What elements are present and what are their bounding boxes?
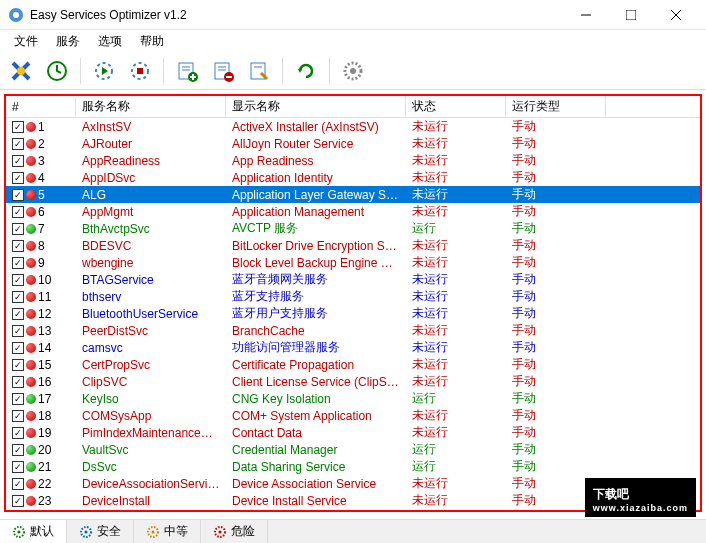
state: 未运行 — [406, 424, 506, 441]
refresh-button[interactable] — [291, 56, 321, 86]
display-name: CNG Key Isolation — [226, 392, 406, 406]
maximize-button[interactable] — [608, 1, 653, 29]
table-row[interactable]: ✓18COMSysAppCOM+ System Application未运行手动 — [6, 407, 700, 424]
row-checkbox[interactable]: ✓ — [12, 495, 24, 507]
table-row[interactable]: ✓4AppIDSvcApplication Identity未运行手动 — [6, 169, 700, 186]
row-checkbox[interactable]: ✓ — [12, 155, 24, 167]
row-number: 15 — [38, 358, 51, 372]
row-checkbox[interactable]: ✓ — [12, 410, 24, 422]
grid-body[interactable]: ✓1AxInstSVActiveX Installer (AxInstSV)未运… — [6, 118, 700, 512]
row-checkbox[interactable]: ✓ — [12, 291, 24, 303]
settings-button[interactable] — [338, 56, 368, 86]
status-dot-icon — [26, 275, 36, 285]
row-checkbox[interactable]: ✓ — [12, 393, 24, 405]
state: 未运行 — [406, 169, 506, 186]
window-title: Easy Services Optimizer v1.2 — [30, 8, 563, 22]
restore-button[interactable] — [42, 56, 72, 86]
start-service-button[interactable] — [89, 56, 119, 86]
table-row[interactable]: ✓21DsSvcData Sharing Service运行手动 — [6, 458, 700, 475]
titlebar: Easy Services Optimizer v1.2 — [0, 0, 706, 30]
col-service-name[interactable]: 服务名称 — [76, 96, 226, 117]
menu-options[interactable]: 选项 — [90, 31, 130, 52]
profile-tab[interactable]: 中等 — [134, 520, 201, 543]
col-state[interactable]: 状态 — [406, 96, 506, 117]
apply-button[interactable] — [6, 56, 36, 86]
start-type: 手动 — [506, 118, 606, 135]
status-dot-icon — [26, 445, 36, 455]
service-name: BTAGService — [76, 273, 226, 287]
col-display-name[interactable]: 显示名称 — [226, 96, 406, 117]
profile-tab[interactable]: 危险 — [201, 520, 268, 543]
tab-label: 中等 — [164, 523, 188, 540]
profile-tab[interactable]: 安全 — [67, 520, 134, 543]
service-name: ALG — [76, 188, 226, 202]
table-row[interactable]: ✓6AppMgmtApplication Management未运行手动 — [6, 203, 700, 220]
service-name: wbengine — [76, 256, 226, 270]
table-row[interactable]: ✓15CertPropSvcCertificate Propagation未运行… — [6, 356, 700, 373]
row-checkbox[interactable]: ✓ — [12, 206, 24, 218]
table-row[interactable]: ✓1AxInstSVActiveX Installer (AxInstSV)未运… — [6, 118, 700, 135]
table-row[interactable]: ✓11bthserv蓝牙支持服务未运行手动 — [6, 288, 700, 305]
row-checkbox[interactable]: ✓ — [12, 172, 24, 184]
row-number: 13 — [38, 324, 51, 338]
row-checkbox[interactable]: ✓ — [12, 189, 24, 201]
table-row[interactable]: ✓3AppReadinessApp Readiness未运行手动 — [6, 152, 700, 169]
row-checkbox[interactable]: ✓ — [12, 427, 24, 439]
table-row[interactable]: ✓17KeyIsoCNG Key Isolation运行手动 — [6, 390, 700, 407]
list-edit-button[interactable] — [244, 56, 274, 86]
row-checkbox[interactable]: ✓ — [12, 121, 24, 133]
table-row[interactable]: ✓14camsvc功能访问管理器服务未运行手动 — [6, 339, 700, 356]
row-checkbox[interactable]: ✓ — [12, 138, 24, 150]
table-row[interactable]: ✓7BthAvctpSvcAVCTP 服务运行手动 — [6, 220, 700, 237]
table-row[interactable]: ✓8BDESVCBitLocker Drive Encryption Servi… — [6, 237, 700, 254]
close-button[interactable] — [653, 1, 698, 29]
row-number: 20 — [38, 443, 51, 457]
state: 未运行 — [406, 186, 506, 203]
row-number: 14 — [38, 341, 51, 355]
menu-services[interactable]: 服务 — [48, 31, 88, 52]
row-checkbox[interactable]: ✓ — [12, 325, 24, 337]
menu-help[interactable]: 帮助 — [132, 31, 172, 52]
col-start-type[interactable]: 运行类型 — [506, 96, 606, 117]
table-row[interactable]: ✓13PeerDistSvcBranchCache未运行手动 — [6, 322, 700, 339]
table-row[interactable]: ✓5ALGApplication Layer Gateway Ser...未运行… — [6, 186, 700, 203]
state: 未运行 — [406, 305, 506, 322]
row-checkbox[interactable]: ✓ — [12, 359, 24, 371]
state: 未运行 — [406, 356, 506, 373]
row-checkbox[interactable]: ✓ — [12, 461, 24, 473]
table-row[interactable]: ✓16ClipSVCClient License Service (ClipSV… — [6, 373, 700, 390]
row-checkbox[interactable]: ✓ — [12, 240, 24, 252]
menubar: 文件 服务 选项 帮助 — [0, 30, 706, 52]
row-checkbox[interactable]: ✓ — [12, 478, 24, 490]
row-checkbox[interactable]: ✓ — [12, 274, 24, 286]
table-row[interactable]: ✓9wbengineBlock Level Backup Engine Serv… — [6, 254, 700, 271]
row-checkbox[interactable]: ✓ — [12, 308, 24, 320]
row-number: 11 — [38, 290, 51, 304]
list-remove-button[interactable] — [208, 56, 238, 86]
row-checkbox[interactable]: ✓ — [12, 342, 24, 354]
stop-service-button[interactable] — [125, 56, 155, 86]
row-checkbox[interactable]: ✓ — [12, 376, 24, 388]
list-add-button[interactable] — [172, 56, 202, 86]
row-number: 1 — [38, 120, 45, 134]
row-number: 7 — [38, 222, 45, 236]
minimize-button[interactable] — [563, 1, 608, 29]
table-row[interactable]: ✓12BluetoothUserService蓝牙用户支持服务未运行手动 — [6, 305, 700, 322]
col-number[interactable]: # — [6, 98, 76, 116]
menu-file[interactable]: 文件 — [6, 31, 46, 52]
state: 未运行 — [406, 322, 506, 339]
table-row[interactable]: ✓20VaultSvcCredential Manager运行手动 — [6, 441, 700, 458]
state: 未运行 — [406, 254, 506, 271]
row-checkbox[interactable]: ✓ — [12, 257, 24, 269]
table-row[interactable]: ✓2AJRouterAllJoyn Router Service未运行手动 — [6, 135, 700, 152]
service-name: PimIndexMaintenanceSvc — [76, 426, 226, 440]
profile-tab[interactable]: 默认 — [0, 520, 67, 543]
display-name: AVCTP 服务 — [226, 220, 406, 237]
table-row[interactable]: ✓10BTAGService蓝牙音频网关服务未运行手动 — [6, 271, 700, 288]
row-number: 9 — [38, 256, 45, 270]
gear-icon — [12, 525, 26, 539]
row-checkbox[interactable]: ✓ — [12, 444, 24, 456]
table-row[interactable]: ✓19PimIndexMaintenanceSvcContact Data未运行… — [6, 424, 700, 441]
service-name: PeerDistSvc — [76, 324, 226, 338]
row-checkbox[interactable]: ✓ — [12, 223, 24, 235]
